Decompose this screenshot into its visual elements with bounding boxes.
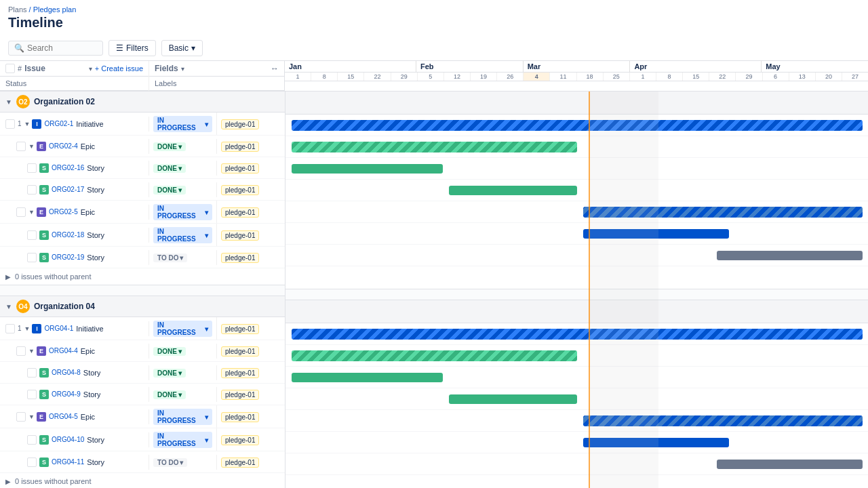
title-org02-16: Story	[87, 164, 104, 172]
page-title: Timeline	[0, 15, 868, 36]
expand-org02-4[interactable]: ▼	[28, 143, 35, 150]
checkbox-org04-4[interactable]	[16, 346, 26, 356]
status-badge-org02-18[interactable]: IN PROGRESS ▾	[153, 227, 212, 243]
title-org02-19: Story	[87, 253, 104, 262]
basic-button[interactable]: Basic ▾	[161, 40, 203, 56]
issue-cell-org02-4: ▼ E ORG02-4 Epic	[0, 139, 149, 154]
type-icon-org04-9: S	[39, 390, 49, 399]
type-icon-org02-1: I	[32, 119, 41, 129]
checkbox-org02-4[interactable]	[16, 142, 26, 151]
status-cell-org04-8: DONE ▾	[149, 365, 217, 380]
expand-org04-1[interactable]: ▼	[24, 325, 31, 332]
checkbox-org02-5[interactable]	[16, 207, 26, 217]
month-may: May	[762, 61, 868, 72]
status-cell-org04-9: DONE ▾	[149, 387, 217, 402]
checkbox-org02-1[interactable]	[5, 119, 15, 129]
key-org04-9[interactable]: ORG04-9	[52, 390, 81, 398]
status-badge-org04-1[interactable]: IN PROGRESS ▾	[153, 321, 212, 337]
status-badge-org02-16[interactable]: DONE ▾	[153, 164, 186, 173]
status-badge-org02-17[interactable]: DONE ▾	[153, 186, 186, 195]
checkbox-org02-16[interactable]	[27, 163, 37, 173]
create-issue-button[interactable]: + Create issue	[95, 64, 143, 73]
key-org02-5[interactable]: ORG02-5	[49, 208, 78, 216]
week-1-apr: 1	[630, 73, 656, 81]
checkbox-org04-9[interactable]	[27, 390, 37, 399]
key-org02-19[interactable]: ORG02-19	[52, 253, 84, 261]
label-org02-5: pledge-01	[221, 207, 259, 218]
key-org04-1[interactable]: ORG04-1	[44, 325, 73, 332]
label-org02-4: pledge-01	[221, 142, 259, 152]
arrow-right-org04-icon: ▶	[5, 478, 11, 485]
without-parent-org04[interactable]: ▶ 0 issues without parent	[0, 473, 285, 488]
status-badge-org04-4[interactable]: DONE ▾	[153, 347, 186, 356]
search-icon: 🔍	[14, 43, 24, 53]
search-input[interactable]	[27, 43, 97, 53]
without-parent-label-org02: 0 issues without parent	[15, 272, 92, 281]
month-feb: Feb	[416, 61, 524, 72]
status-badge-org04-10[interactable]: IN PROGRESS ▾	[153, 432, 212, 448]
status-badge-org02-4[interactable]: DONE ▾	[153, 142, 186, 151]
key-org02-16[interactable]: ORG02-16	[52, 164, 84, 171]
key-org04-11[interactable]: ORG04-11	[52, 458, 84, 466]
type-icon-org04-10: S	[39, 435, 49, 445]
key-org04-10[interactable]: ORG04-10	[52, 436, 84, 443]
calendar-header: Jan Feb Mar Apr May 1 8 15 22 29 5 12 19…	[285, 61, 868, 91]
checkbox-org02-17[interactable]	[27, 185, 37, 195]
key-org04-8[interactable]: ORG04-8	[52, 369, 81, 376]
checkbox-org04-8[interactable]	[27, 368, 37, 378]
issue-cell-org02-16: S ORG02-16 Story	[0, 161, 149, 176]
labels-cell-org04-8: pledge-01	[217, 365, 285, 380]
gantt-row-org04-4	[285, 345, 868, 367]
week-19-feb: 19	[471, 73, 497, 81]
expand-org04-4[interactable]: ▼	[28, 348, 35, 354]
week-11-mar: 11	[550, 73, 576, 81]
issue-col-label: Issue	[24, 64, 86, 73]
status-badge-org04-11[interactable]: TO DO ▾	[153, 458, 187, 467]
filters-button[interactable]: ☰ Filters	[108, 40, 156, 56]
status-badge-org02-5[interactable]: IN PROGRESS ▾	[153, 204, 212, 220]
status-badge-org04-8[interactable]: DONE ▾	[153, 369, 186, 378]
key-org02-4[interactable]: ORG02-4	[49, 142, 78, 150]
content-rows: ▼ O2 Organization 02 1 ▼ I ORG02-1 Initi…	[0, 92, 868, 488]
gantt-row-org04-8	[285, 367, 868, 388]
gantt-row-org04-11	[285, 453, 868, 475]
checkbox-org04-11[interactable]	[27, 458, 37, 467]
issue-cell-org04-9: S ORG04-9 Story	[0, 387, 149, 402]
status-cell-org04-4: DONE ▾	[149, 344, 217, 359]
issue-checkbox[interactable]	[5, 64, 15, 73]
issue-row-org02-5: ▼ E ORG02-5 Epic IN PROGRESS ▾ pledge-01	[0, 201, 285, 224]
group-org04-header[interactable]: ▼ O4 Organization 04	[0, 296, 285, 317]
key-org04-5[interactable]: ORG04-5	[49, 413, 78, 420]
week-8-apr: 8	[656, 73, 683, 81]
labels-cell-org02-18: pledge-01	[217, 228, 285, 243]
status-badge-org02-1[interactable]: IN PROGRESS ▾	[153, 116, 212, 132]
status-badge-org04-5[interactable]: IN PROGRESS ▾	[153, 409, 212, 425]
plans-link[interactable]: Plans	[8, 5, 27, 14]
group-org02-header[interactable]: ▼ O2 Organization 02	[0, 92, 285, 113]
status-badge-org04-9[interactable]: DONE ▾	[153, 390, 186, 399]
week-15-apr: 15	[683, 73, 709, 81]
expand-org02-1[interactable]: ▼	[24, 121, 31, 127]
key-org02-1[interactable]: ORG02-1	[44, 120, 73, 127]
without-parent-org02[interactable]: ▶ 0 issues without parent	[0, 268, 285, 285]
fields-header[interactable]: Fields ▾ ↔	[149, 61, 284, 77]
key-org02-17[interactable]: ORG02-17	[52, 186, 84, 193]
key-org02-18[interactable]: ORG02-18	[52, 231, 84, 239]
status-badge-org02-19[interactable]: TO DO ▾	[153, 253, 187, 262]
checkbox-org04-1[interactable]	[5, 324, 15, 333]
expand-org04-5[interactable]: ▼	[28, 413, 35, 420]
org02-avatar: O2	[16, 95, 30, 108]
week-13-may: 13	[789, 73, 816, 81]
checkbox-org02-19[interactable]	[27, 253, 37, 262]
search-box[interactable]: 🔍	[8, 41, 103, 56]
checkbox-org04-10[interactable]	[27, 435, 37, 445]
expand-org02-5[interactable]: ▼	[28, 209, 35, 216]
week-18-mar: 18	[577, 73, 604, 81]
status-cell-org02-19: TO DO ▾	[149, 250, 217, 265]
without-parent-label-org04: 0 issues without parent	[15, 477, 92, 485]
status-cell-org04-11: TO DO ▾	[149, 455, 217, 470]
checkbox-org02-18[interactable]	[27, 230, 37, 240]
checkbox-org04-5[interactable]	[16, 412, 26, 422]
status-cell-org02-4: DONE ▾	[149, 139, 217, 154]
key-org04-4[interactable]: ORG04-4	[49, 347, 78, 354]
